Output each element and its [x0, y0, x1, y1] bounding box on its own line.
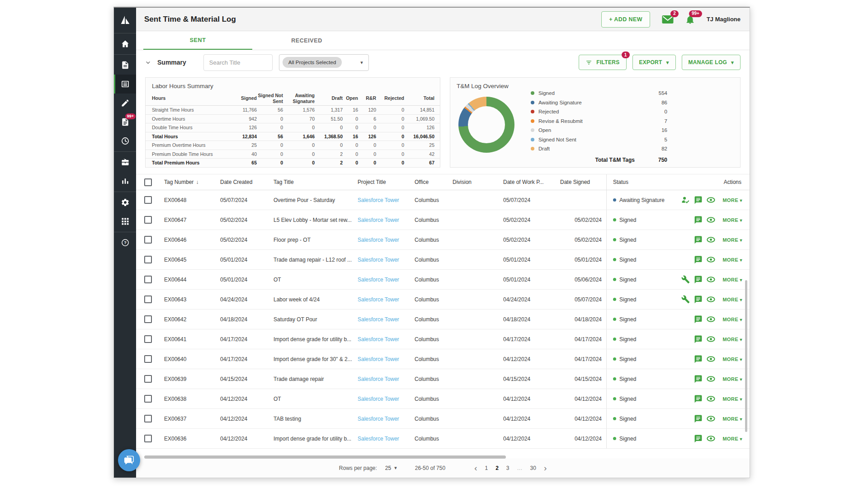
chat-icon[interactable]	[694, 235, 703, 244]
sidebar-item-apps[interactable]	[114, 212, 136, 231]
eye-icon[interactable]	[707, 275, 715, 284]
eye-icon[interactable]	[707, 394, 715, 403]
page-button-2[interactable]: 2	[495, 465, 499, 471]
eye-icon[interactable]	[707, 216, 715, 224]
sidebar-item-logo[interactable]	[114, 8, 136, 32]
row-checkbox[interactable]	[144, 270, 164, 289]
chat-icon[interactable]	[694, 216, 703, 224]
row-checkbox[interactable]	[144, 389, 164, 408]
eye-icon[interactable]	[707, 315, 715, 324]
eye-icon[interactable]	[707, 355, 715, 363]
col-header-project-title[interactable]: Project Title	[358, 174, 415, 190]
eye-icon[interactable]	[707, 335, 715, 343]
more-button[interactable]: MORE ▾	[723, 217, 742, 223]
header-checkbox[interactable]	[144, 174, 164, 190]
more-button[interactable]: MORE ▾	[723, 237, 742, 243]
more-button[interactable]: MORE ▾	[723, 396, 742, 402]
more-button[interactable]: MORE ▾	[723, 277, 742, 282]
col-header-date-signed[interactable]: Date Signed	[560, 174, 606, 190]
row-checkbox[interactable]	[144, 369, 164, 389]
user-name[interactable]: TJ Maglione	[707, 16, 741, 23]
search-title-input[interactable]	[203, 54, 273, 71]
project-link[interactable]: Salesforce Tower	[358, 296, 399, 303]
project-filter-select[interactable]: All Projects Selected ▾	[279, 54, 369, 71]
row-checkbox[interactable]	[144, 210, 164, 230]
col-header-office[interactable]: Office	[415, 174, 453, 190]
project-link[interactable]: Salesforce Tower	[358, 237, 399, 243]
sidebar-item-settings[interactable]	[114, 193, 136, 212]
tab-sent[interactable]: SENT	[143, 31, 252, 50]
sort-desc-icon[interactable]: ↓	[196, 179, 198, 185]
page-button-30[interactable]: 30	[530, 465, 536, 471]
chat-icon[interactable]	[694, 275, 703, 284]
chat-launcher-button[interactable]	[118, 449, 140, 471]
more-button[interactable]: MORE ▾	[723, 317, 742, 322]
project-link[interactable]: Salesforce Tower	[358, 356, 399, 362]
eye-icon[interactable]	[707, 295, 715, 304]
tab-received[interactable]: RECEIVED	[252, 31, 361, 50]
eye-icon[interactable]	[707, 255, 715, 264]
sidebar-item-reports[interactable]	[114, 172, 136, 191]
more-button[interactable]: MORE ▾	[723, 416, 742, 422]
add-new-button[interactable]: + ADD NEW	[601, 11, 650, 28]
eye-icon[interactable]	[707, 196, 715, 204]
eye-icon[interactable]	[707, 375, 715, 383]
sidebar-item-home[interactable]	[114, 34, 136, 53]
collapse-summary-chevron-icon[interactable]	[145, 60, 151, 66]
wrench-icon[interactable]	[681, 275, 690, 284]
row-checkbox[interactable]	[144, 230, 164, 249]
row-checkbox[interactable]	[144, 310, 164, 329]
project-link[interactable]: Salesforce Tower	[358, 197, 399, 203]
sidebar-item-forms[interactable]: 99+	[114, 113, 136, 131]
chat-icon[interactable]	[694, 295, 703, 304]
sidebar-item-help[interactable]: ?	[114, 233, 136, 252]
chat-icon[interactable]	[694, 355, 703, 363]
export-button[interactable]: EXPORT ▾	[632, 55, 676, 70]
col-header-actions[interactable]: Actions	[674, 174, 742, 190]
chat-icon[interactable]	[694, 335, 703, 343]
notifications-button[interactable]: 99+	[685, 14, 695, 24]
more-button[interactable]: MORE ▾	[723, 297, 742, 302]
sidebar-item-time[interactable]	[114, 131, 136, 150]
col-header-tag-number[interactable]: Tag Number↓	[164, 174, 220, 190]
chat-icon[interactable]	[694, 434, 703, 443]
col-header-division[interactable]: Division	[453, 174, 503, 190]
previous-page-button[interactable]: ‹	[474, 464, 477, 472]
sidebar-item-edit[interactable]	[114, 94, 136, 113]
eye-icon[interactable]	[707, 235, 715, 244]
chat-icon[interactable]	[694, 315, 703, 324]
col-header-tag-title[interactable]: Tag Title	[274, 174, 358, 190]
eye-icon[interactable]	[707, 434, 715, 443]
mail-button[interactable]: 2	[662, 14, 674, 24]
more-button[interactable]: MORE ▾	[723, 257, 742, 263]
horizontal-scrollbar[interactable]	[144, 455, 506, 459]
project-link[interactable]: Salesforce Tower	[358, 416, 399, 422]
filters-button[interactable]: FILTERS 1	[579, 55, 626, 70]
rows-per-page-select[interactable]: 25 ▾	[385, 465, 397, 471]
chat-icon[interactable]	[694, 196, 703, 204]
project-link[interactable]: Salesforce Tower	[358, 376, 399, 382]
sidebar-item-tm-log[interactable]	[114, 75, 136, 94]
row-checkbox[interactable]	[144, 290, 164, 309]
person-check-icon[interactable]	[681, 196, 690, 204]
sidebar-item-projects[interactable]	[114, 153, 136, 172]
col-header-status[interactable]: Status	[606, 174, 674, 190]
project-link[interactable]: Salesforce Tower	[358, 217, 399, 223]
chat-icon[interactable]	[694, 394, 703, 403]
project-link[interactable]: Salesforce Tower	[358, 316, 399, 323]
more-button[interactable]: MORE ▾	[723, 357, 742, 362]
more-button[interactable]: MORE ▾	[723, 197, 742, 203]
row-checkbox[interactable]	[144, 429, 164, 448]
wrench-icon[interactable]	[681, 295, 690, 304]
page-button-1[interactable]: 1	[485, 465, 488, 471]
more-button[interactable]: MORE ▾	[723, 337, 742, 342]
more-button[interactable]: MORE ▾	[723, 376, 742, 382]
row-checkbox[interactable]	[144, 349, 164, 369]
chat-icon[interactable]	[694, 375, 703, 383]
project-link[interactable]: Salesforce Tower	[358, 336, 399, 343]
eye-icon[interactable]	[707, 414, 715, 423]
manage-log-button[interactable]: MANAGE LOG ▾	[682, 55, 741, 70]
project-link[interactable]: Salesforce Tower	[358, 436, 399, 442]
col-header-date-of-work-p-[interactable]: Date of Work P...	[503, 174, 560, 190]
project-link[interactable]: Salesforce Tower	[358, 396, 399, 402]
